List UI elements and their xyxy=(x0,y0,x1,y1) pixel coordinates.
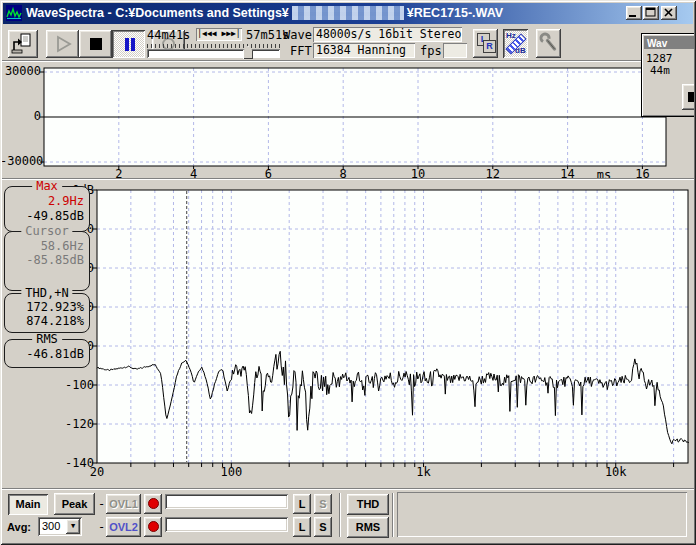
stop-icon xyxy=(688,92,696,102)
wrench-icon xyxy=(536,29,561,58)
wave-y-tick-label: 30000 xyxy=(0,65,41,78)
spectrum-x-tick-label: 10k xyxy=(601,466,631,479)
window-title: WaveSpectra - C:¥Documents and Settings¥… xyxy=(26,3,503,24)
ovl1-name-field[interactable] xyxy=(165,494,288,509)
avg-dropdown-button[interactable]: ▼ xyxy=(66,519,80,534)
avg-value: 300 xyxy=(42,520,60,532)
spectrum-y-tick-label: -120 xyxy=(58,418,94,431)
thd-mode-button[interactable]: THD xyxy=(347,494,389,515)
rms-meter: RMS -46.81dB xyxy=(4,339,90,368)
channel-r-icon: R xyxy=(483,40,496,53)
thd-meter: THD,+N 172.923% 874.218% xyxy=(4,293,90,333)
position-slider-ruler xyxy=(147,44,280,48)
wave-y-tick-label: 0 xyxy=(0,110,41,123)
ovl1-save-button[interactable]: S xyxy=(314,494,332,514)
dash-label: - xyxy=(98,497,105,511)
ovl2-save-button[interactable]: S xyxy=(314,517,332,537)
close-button[interactable] xyxy=(661,6,677,20)
ovl2-button[interactable]: OVL2 xyxy=(106,517,141,537)
thd-value-1: 172.923% xyxy=(26,301,84,314)
rms-level-value: -46.81dB xyxy=(26,348,84,361)
cursor-level-value: -85.85dB xyxy=(26,254,84,267)
toolbar: 44m41s |◀◀◀ ▶▶▶| 57m51s Wave: 48000s/s 1… xyxy=(0,24,696,60)
rms-mode-button[interactable]: RMS xyxy=(347,517,389,538)
cursor-meter-label: Cursor xyxy=(21,225,72,238)
max-freq-value: 2.9Hz xyxy=(48,195,84,208)
ovl1-button[interactable]: OVL1 xyxy=(106,494,141,514)
channel-lr-button[interactable]: L R xyxy=(473,29,498,58)
ovl1-record-button[interactable] xyxy=(144,494,162,514)
record-dot-icon xyxy=(148,498,159,509)
settings-wrench-button[interactable] xyxy=(536,29,561,58)
hz-db-scale-button[interactable]: Hz dB xyxy=(503,29,528,58)
fft-value: 16384 Hanning xyxy=(313,43,415,58)
maximize-button[interactable] xyxy=(643,6,659,20)
separator xyxy=(2,60,694,62)
pause-button[interactable] xyxy=(112,30,145,58)
ovl2-record-button[interactable] xyxy=(144,517,162,537)
separator xyxy=(2,178,694,180)
bottom-bar: Main Peak - OVL1 L S THD Avg: 300 ▼ - OV… xyxy=(0,490,696,541)
redacted-path-segment xyxy=(292,6,404,20)
cursor-meter: Cursor 58.6Hz -85.85dB xyxy=(4,231,90,291)
fps-value xyxy=(443,43,467,58)
app-icon xyxy=(6,5,22,21)
rms-meter-label: RMS xyxy=(32,333,62,346)
waveform-plot-area[interactable] xyxy=(44,68,666,166)
spectrum-plot-area[interactable] xyxy=(97,190,688,463)
thd-meter-label: THD,+N xyxy=(21,287,72,300)
play-button[interactable] xyxy=(46,30,79,58)
max-level-value: -49.85dB xyxy=(26,210,84,223)
main-tab-button[interactable]: Main xyxy=(8,494,48,515)
cursor-freq-value: 58.6Hz xyxy=(41,240,84,253)
ovl2-name-field[interactable] xyxy=(165,517,288,532)
record-dot-icon xyxy=(148,521,159,532)
time-current: 44m41s xyxy=(147,28,190,42)
position-slider-track[interactable] xyxy=(147,49,280,58)
dash-label: - xyxy=(98,520,105,534)
minimize-button[interactable] xyxy=(626,6,642,20)
title-bar[interactable]: WaveSpectra - C:¥Documents and Settings¥… xyxy=(3,3,693,24)
db-label-icon: dB xyxy=(515,46,526,55)
seek-control: |◀◀◀ ▶▶▶| xyxy=(196,28,242,41)
avg-label: Avg: xyxy=(7,521,31,533)
spectrum-y-tick-label: -100 xyxy=(58,379,94,392)
seek-back-button[interactable]: ◀ xyxy=(212,29,217,38)
thd-value-2: 874.218% xyxy=(26,315,84,328)
title-prefix: WaveSpectra - C:¥Documents and Settings¥ xyxy=(26,6,289,20)
wave-y-tick-label: -30000 xyxy=(0,155,41,168)
mini-window-line2: 44m xyxy=(650,64,670,77)
ovl2-load-button[interactable]: L xyxy=(293,517,311,537)
peak-button[interactable]: Peak xyxy=(54,493,95,515)
max-meter-label: Max xyxy=(32,180,62,193)
status-panel xyxy=(397,492,687,537)
separator xyxy=(392,493,394,537)
mini-window-title: Wav xyxy=(644,38,667,49)
spectrum-x-tick-label: 1k xyxy=(409,466,439,479)
mini-window-titlebar[interactable]: Wav xyxy=(644,36,696,49)
separator xyxy=(339,493,341,537)
ovl1-load-button[interactable]: L xyxy=(293,494,311,514)
stop-button[interactable] xyxy=(79,30,112,58)
seek-start-button[interactable]: |◀◀ xyxy=(197,29,211,38)
open-file-button[interactable] xyxy=(8,30,38,58)
seek-end-button[interactable]: ▶▶| xyxy=(226,29,240,38)
mini-window-stop-button[interactable] xyxy=(682,84,696,110)
mini-window: Wav 1287 44m xyxy=(641,33,696,117)
spectrum-x-tick-label: 20 xyxy=(82,466,112,479)
wave-x-unit-label: ms xyxy=(592,169,616,182)
title-suffix: ¥REC1715-.WAV xyxy=(407,6,503,20)
spectrum-x-tick-label: 100 xyxy=(216,466,246,479)
avg-combobox[interactable]: 300 ▼ xyxy=(38,517,82,536)
wave-format-value: 48000s/s 16bit Stereo xyxy=(313,27,462,42)
